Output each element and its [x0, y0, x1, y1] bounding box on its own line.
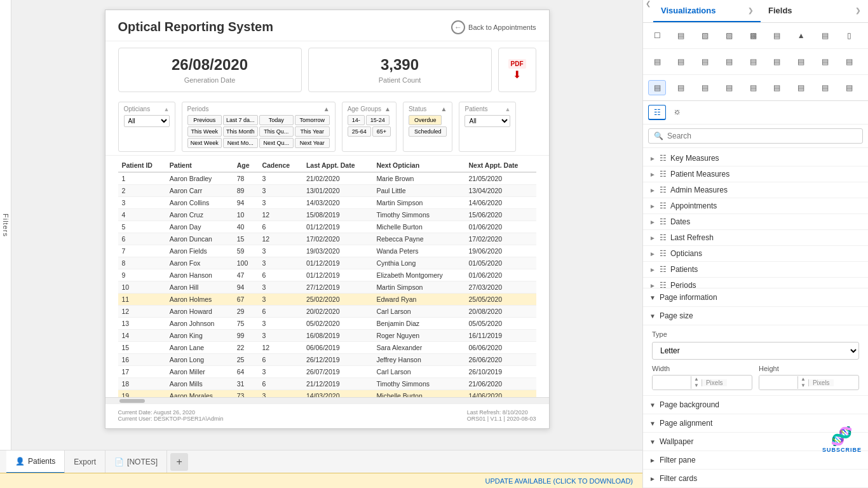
period-btn[interactable]: Previous: [187, 115, 222, 125]
viz-icon-0-4[interactable]: ▩: [744, 28, 762, 43]
field-group-key-measures[interactable]: ► ☷ Key Measures: [643, 151, 868, 166]
viz-icon-0-7[interactable]: ▤: [816, 28, 834, 43]
viz-icon-0-1[interactable]: ▤: [672, 28, 690, 43]
height-increment[interactable]: ▲: [798, 376, 808, 383]
table-row[interactable]: 5Aaron Day40601/12/2019Michelle Burton01…: [118, 221, 536, 233]
field-group-periods[interactable]: ► ☷ Periods: [643, 278, 868, 288]
period-btn[interactable]: Next Mo...: [223, 138, 258, 148]
add-tab-button[interactable]: +: [170, 453, 188, 471]
filter-cards-header[interactable]: ► Filter cards: [643, 470, 868, 488]
table-row[interactable]: 19Aaron Morales73314/03/2020Michelle Bur…: [118, 390, 536, 398]
viz-icon-0-6[interactable]: ▲: [792, 28, 810, 43]
table-view-button[interactable]: ☷: [648, 105, 666, 120]
width-input[interactable]: 816: [653, 376, 691, 390]
table-row[interactable]: 2Aaron Carr89313/01/2020Paul Little13/04…: [118, 185, 536, 197]
viz-icon-2-7[interactable]: ▤: [816, 80, 834, 95]
table-row[interactable]: 6Aaron Duncan151217/02/2020Rebecca Payne…: [118, 233, 536, 245]
viz-icon-1-2[interactable]: ▤: [696, 54, 714, 69]
table-row[interactable]: 17Aaron Miller64326/07/2019Carl Larson26…: [118, 366, 536, 378]
page-background-header[interactable]: ▼ Page background: [643, 396, 868, 414]
period-btn[interactable]: This Year: [295, 126, 330, 137]
field-group-last-refresh[interactable]: ► ☷ Last Refresh: [643, 230, 868, 245]
viz-icon-0-5[interactable]: ▤: [768, 28, 786, 43]
fields-tab[interactable]: Fields ❯: [761, 0, 868, 22]
table-row[interactable]: 14Aaron King99316/08/2019Roger Nguyen16/…: [118, 330, 536, 342]
patients-select[interactable]: All: [465, 115, 510, 127]
period-btn[interactable]: Last 7 da...: [223, 115, 258, 125]
table-row[interactable]: 4Aaron Cruz101215/08/2019Timothy Simmons…: [118, 209, 536, 221]
table-row[interactable]: 13Aaron Johnson75305/02/2020Benjamin Dia…: [118, 318, 536, 330]
period-btn[interactable]: Next Week: [187, 138, 222, 148]
field-group-dates[interactable]: ► ☷ Dates: [643, 214, 868, 229]
opticians-select[interactable]: All: [124, 115, 170, 127]
notes-tab[interactable]: 📄 [NOTES]: [105, 451, 167, 473]
height-decrement[interactable]: ▼: [798, 383, 808, 389]
panel-collapse-left[interactable]: ❮: [643, 0, 653, 22]
page-size-header[interactable]: ▼ Page size: [643, 307, 868, 325]
patients-tab[interactable]: 👤 Patients: [6, 451, 65, 473]
viz-icon-1-8[interactable]: ▤: [840, 54, 858, 69]
scheduled-button[interactable]: Scheduled: [409, 126, 447, 137]
table-row[interactable]: 1Aaron Bradley78321/02/2020Marie Brown21…: [118, 172, 536, 185]
field-group-patient-measures[interactable]: ► ☷ Patient Measures: [643, 166, 868, 182]
table-row[interactable]: 7Aaron Fields59319/03/2020Wanda Peters19…: [118, 245, 536, 257]
viz-icon-2-5[interactable]: ▤: [768, 80, 786, 95]
page-information-header[interactable]: ▼ Page information: [643, 288, 868, 307]
pdf-button[interactable]: PDF ⬇: [498, 48, 536, 92]
viz-icon-1-0[interactable]: ▤: [648, 54, 666, 69]
table-row[interactable]: 12Aaron Howard29620/02/2020Carl Larson20…: [118, 306, 536, 318]
age-btn[interactable]: 25-64: [348, 126, 371, 137]
viz-icon-2-1[interactable]: ▤: [672, 80, 690, 95]
field-group-admin-measures[interactable]: ► ☷ Admin Measures: [643, 182, 868, 198]
viz-icon-1-1[interactable]: ▤: [672, 54, 690, 69]
period-btn[interactable]: This Week: [187, 126, 222, 137]
viz-icon-0-8[interactable]: ▯: [840, 28, 858, 43]
period-btn[interactable]: Next Year: [295, 138, 330, 148]
period-btn[interactable]: This Qu...: [259, 126, 294, 137]
visualizations-tab[interactable]: Visualizations ❯: [653, 0, 761, 22]
height-input[interactable]: 1056: [759, 376, 797, 390]
viz-icon-0-3[interactable]: ▨: [720, 28, 738, 43]
table-row[interactable]: 8Aaron Fox100301/12/2019Cynthia Long01/0…: [118, 257, 536, 269]
table-row[interactable]: 11Aaron Holmes67325/02/2020Edward Ryan25…: [118, 294, 536, 306]
table-row[interactable]: 10Aaron Hill94327/12/2019Martin Simpson2…: [118, 281, 536, 294]
table-wrapper[interactable]: Patient IDPatientAgeCadenceLast Appt. Da…: [105, 156, 549, 397]
export-tab[interactable]: Export: [65, 451, 105, 473]
format-view-button[interactable]: ⛭: [668, 105, 686, 120]
viz-icon-2-4[interactable]: ▤: [744, 80, 762, 95]
table-row[interactable]: 15Aaron Lane221206/06/2019Sara Alexander…: [118, 342, 536, 354]
field-group-opticians[interactable]: ► ☷ Opticians: [643, 246, 868, 261]
viz-icon-1-6[interactable]: ▤: [792, 54, 810, 69]
update-available-link[interactable]: UPDATE AVAILABLE (CLICK TO DOWNLOAD): [485, 477, 633, 485]
period-btn[interactable]: This Month: [223, 126, 258, 137]
viz-search-input[interactable]: [667, 132, 857, 140]
back-to-appointments-button[interactable]: ← Back to Appointments: [451, 20, 536, 34]
viz-icon-2-3[interactable]: ▤: [720, 80, 738, 95]
viz-icon-1-3[interactable]: ▤: [720, 54, 738, 69]
age-btn[interactable]: 14-: [348, 115, 365, 125]
table-row[interactable]: 3Aaron Collins94314/03/2020Martin Simpso…: [118, 197, 536, 209]
age-btn[interactable]: 15-24: [366, 115, 390, 125]
table-row[interactable]: 18Aaron Mills31621/12/2019Timothy Simmon…: [118, 378, 536, 390]
width-decrement[interactable]: ▼: [691, 383, 702, 389]
age-btn[interactable]: 65+: [372, 126, 391, 137]
viz-icon-1-4[interactable]: ▤: [744, 54, 762, 69]
type-select[interactable]: Letter: [652, 342, 859, 360]
table-row[interactable]: 9Aaron Hanson47601/12/2019Elizabeth Mont…: [118, 269, 536, 281]
viz-icon-1-7[interactable]: ▤: [816, 54, 834, 69]
filter-pane-header[interactable]: ► Filter pane: [643, 451, 868, 470]
viz-icon-0-0[interactable]: ☐: [648, 28, 666, 43]
viz-icon-2-6[interactable]: ▤: [792, 80, 810, 95]
filters-side-tab[interactable]: Filters: [0, 0, 11, 450]
overdue-button[interactable]: Overdue: [409, 115, 442, 125]
field-group-patients[interactable]: ► ☷ Patients: [643, 262, 868, 277]
horizontal-scrollbar[interactable]: [105, 397, 549, 403]
width-increment[interactable]: ▲: [691, 376, 702, 383]
period-btn[interactable]: Today: [259, 115, 294, 125]
period-btn[interactable]: Tomorrow: [295, 115, 330, 125]
table-row[interactable]: 16Aaron Long25626/12/2019Jeffrey Hanson2…: [118, 354, 536, 366]
viz-icon-2-0[interactable]: ▤: [648, 80, 666, 95]
field-group-appointments[interactable]: ► ☷ Appointments: [643, 198, 868, 214]
viz-icon-2-2[interactable]: ▤: [696, 80, 714, 95]
viz-icon-1-5[interactable]: ▤: [768, 54, 786, 69]
